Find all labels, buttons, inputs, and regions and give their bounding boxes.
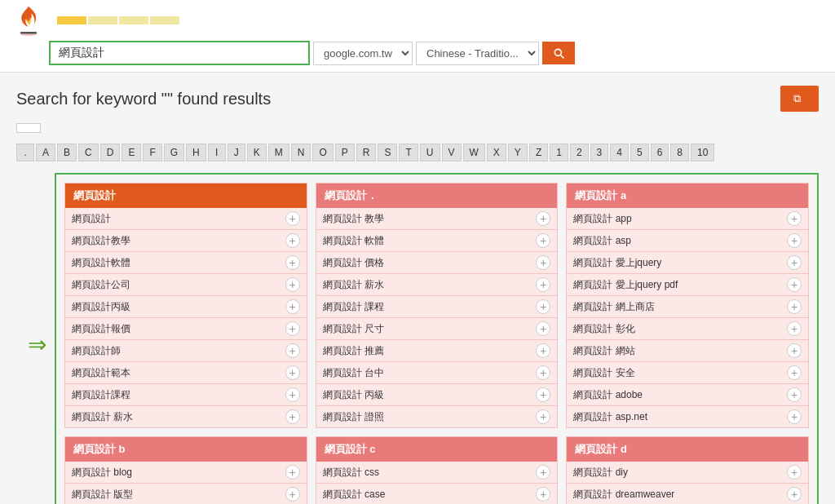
add-keyword-button[interactable]: + xyxy=(787,487,802,502)
alpha-btn-F[interactable]: F xyxy=(143,144,161,161)
alpha-btn-T[interactable]: T xyxy=(399,144,418,161)
add-keyword-button[interactable]: + xyxy=(536,409,550,424)
search-bar: google.com.tw Chinese - Traditio... xyxy=(0,36,835,72)
add-keyword-button[interactable]: + xyxy=(536,387,550,402)
alpha-btn-X[interactable]: X xyxy=(487,144,506,161)
alpha-btn-3[interactable]: 3 xyxy=(590,144,609,161)
tab-youtube[interactable] xyxy=(119,16,148,24)
add-keyword-button[interactable]: + xyxy=(536,487,550,502)
add-keyword-button[interactable]: + xyxy=(536,321,550,336)
add-keyword-button[interactable]: + xyxy=(536,211,550,226)
alpha-btn-J[interactable]: J xyxy=(228,144,245,161)
add-keyword-button[interactable]: + xyxy=(285,409,300,424)
add-keyword-button[interactable]: + xyxy=(787,343,802,358)
alpha-btn-M[interactable]: M xyxy=(268,144,289,161)
keyword-grid-outer: 網頁設計網頁設計+網頁設計教學+網頁設計軟體+網頁設計公司+網頁設計丙級+網頁設… xyxy=(55,173,819,504)
add-keyword-button[interactable]: + xyxy=(787,211,802,226)
keyword-item: 網頁設計軟體+ xyxy=(65,252,307,274)
alpha-btn-R[interactable]: R xyxy=(356,144,377,161)
sidebar-arrow: ⇒ xyxy=(23,331,51,358)
alpha-btn-K[interactable]: K xyxy=(247,144,267,161)
add-keyword-button[interactable]: + xyxy=(536,465,550,480)
alpha-btn-D[interactable]: D xyxy=(100,144,121,161)
header-top xyxy=(0,0,835,36)
keyword-text: 網頁設計丙級 xyxy=(72,300,130,314)
add-keyword-button[interactable]: + xyxy=(787,465,802,480)
keyword-group: 網頁設計 d網頁設計 diy+網頁設計 dreamweaver+ xyxy=(566,436,809,504)
add-keyword-button[interactable]: + xyxy=(536,365,550,380)
lang-select[interactable]: Chinese - Traditio... xyxy=(416,42,539,65)
alpha-btn-N[interactable]: N xyxy=(291,144,311,161)
alpha-btn-10[interactable]: 10 xyxy=(691,144,714,161)
copy-all-button[interactable]: ⧉ xyxy=(780,86,819,112)
alpha-btn-6[interactable]: 6 xyxy=(651,144,669,161)
alpha-btn-5[interactable]: 5 xyxy=(630,144,649,161)
alpha-btn-1[interactable]: 1 xyxy=(550,144,568,161)
alpha-btn-P[interactable]: P xyxy=(335,144,355,161)
tab-google[interactable] xyxy=(57,16,86,24)
add-keyword-button[interactable]: + xyxy=(787,277,802,292)
add-keyword-button[interactable]: + xyxy=(285,465,300,480)
keyword-item: 網頁設計 丙級+ xyxy=(316,384,558,406)
keyword-item: 網頁設計報價+ xyxy=(65,318,307,340)
keyword-text: 網頁設計範本 xyxy=(72,366,130,380)
add-keyword-button[interactable]: + xyxy=(285,365,300,380)
keyword-item: 網頁設計 asp+ xyxy=(567,230,808,252)
keyword-item: 網頁設計 證照+ xyxy=(316,406,558,427)
tab-bing[interactable] xyxy=(88,16,117,24)
alpha-btn-2[interactable]: 2 xyxy=(570,144,589,161)
alpha-btn-E[interactable]: E xyxy=(121,144,141,161)
tab-appstore[interactable] xyxy=(150,16,179,24)
add-keyword-button[interactable]: + xyxy=(787,387,802,402)
search-button[interactable] xyxy=(542,42,575,64)
add-keyword-button[interactable]: + xyxy=(285,299,300,314)
alpha-btn-8[interactable]: 8 xyxy=(670,144,689,161)
add-keyword-button[interactable]: + xyxy=(787,299,802,314)
keyword-item: 網頁設計 版型+ xyxy=(65,484,307,504)
search-icon xyxy=(552,46,565,60)
add-keyword-button[interactable]: + xyxy=(536,233,550,248)
alpha-btn-A[interactable]: A xyxy=(36,144,55,161)
add-keyword-button[interactable]: + xyxy=(285,255,300,270)
add-keyword-button[interactable]: + xyxy=(285,233,300,248)
alpha-btn-G[interactable]: G xyxy=(164,144,184,161)
keyword-text: 網頁設計師 xyxy=(72,344,121,358)
search-input[interactable] xyxy=(49,41,310,65)
alpha-btn-I[interactable]: I xyxy=(208,144,226,161)
alpha-btn-Z[interactable]: Z xyxy=(529,144,548,161)
alpha-btn-U[interactable]: U xyxy=(420,144,440,161)
result-header: Search for keyword "" found results ⧉ xyxy=(16,86,819,112)
domain-select[interactable]: google.com.tw xyxy=(313,42,413,65)
add-keyword-button[interactable]: + xyxy=(285,321,300,336)
alpha-btn-H[interactable]: H xyxy=(186,144,206,161)
add-keyword-button[interactable]: + xyxy=(787,255,802,270)
bottom-keyword-grid: 網頁設計 b網頁設計 blog+網頁設計 版型+網頁設計 c網頁設計 css+網… xyxy=(64,436,809,504)
add-keyword-button[interactable]: + xyxy=(285,343,300,358)
add-keyword-button[interactable]: + xyxy=(536,255,550,270)
add-keyword-button[interactable]: + xyxy=(787,409,802,424)
keyword-group: 網頁設計 c網頁設計 css+網頁設計 case+ xyxy=(316,436,559,504)
add-keyword-button[interactable]: + xyxy=(285,387,300,402)
add-keyword-button[interactable]: + xyxy=(285,487,300,502)
add-keyword-button[interactable]: + xyxy=(285,277,300,292)
keyword-text: 網頁設計 adobe xyxy=(573,388,643,402)
add-keyword-button[interactable]: + xyxy=(787,233,802,248)
alpha-btn-C[interactable]: C xyxy=(78,144,99,161)
add-keyword-button[interactable]: + xyxy=(787,321,802,336)
alpha-btn-W[interactable]: W xyxy=(463,144,485,161)
add-keyword-button[interactable]: + xyxy=(536,277,550,292)
add-keyword-button[interactable]: + xyxy=(285,211,300,226)
alpha-btn-4[interactable]: 4 xyxy=(610,144,629,161)
add-keyword-button[interactable]: + xyxy=(536,299,550,314)
alpha-btn-V[interactable]: V xyxy=(442,144,462,161)
alpha-btn-.[interactable]: . xyxy=(16,144,34,161)
alpha-btn-S[interactable]: S xyxy=(378,144,397,161)
alpha-btn-O[interactable]: O xyxy=(312,144,333,161)
add-keyword-button[interactable]: + xyxy=(536,343,550,358)
keyword-tab[interactable] xyxy=(16,123,41,133)
add-keyword-button[interactable]: + xyxy=(787,365,802,380)
keyword-group-body: 網頁設計 app+網頁設計 asp+網頁設計 愛上jquery+網頁設計 愛上j… xyxy=(567,208,808,427)
alpha-btn-B[interactable]: B xyxy=(57,144,77,161)
keyword-item: 網頁設計 愛上jquery+ xyxy=(567,252,808,274)
alpha-btn-Y[interactable]: Y xyxy=(508,144,528,161)
